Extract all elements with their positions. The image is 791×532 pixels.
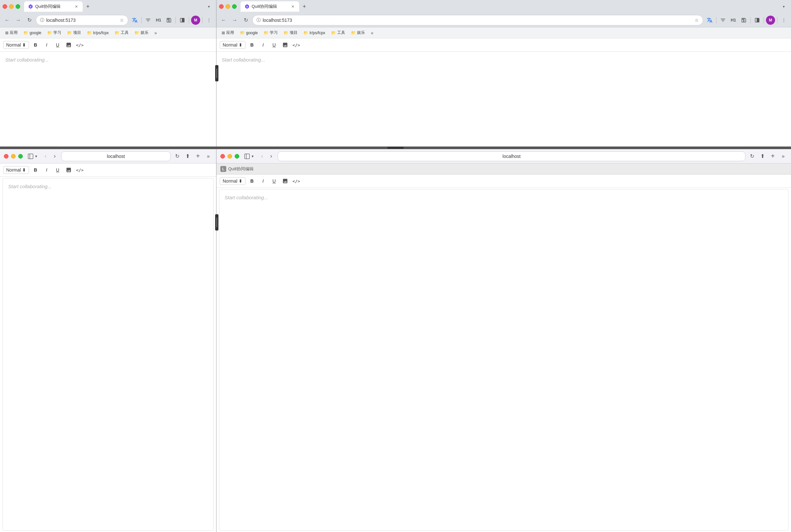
h1-icon-r[interactable]: H1 — [729, 16, 738, 25]
underline-button-br[interactable]: U — [270, 176, 278, 186]
bookmark-lrps-r[interactable]: 📁 lr/ps/fcpx — [301, 29, 328, 36]
maximize-button[interactable] — [16, 4, 20, 9]
bookmark-project[interactable]: 📁 项目 — [64, 28, 84, 37]
add-tab-button-bl[interactable]: + — [194, 152, 202, 160]
more-button-br[interactable]: » — [779, 152, 787, 160]
format-dropdown-br[interactable]: Normal ⬍ — [220, 177, 246, 185]
maximize-button-br[interactable] — [235, 154, 239, 158]
top-right-tab-close[interactable]: ✕ — [290, 4, 295, 9]
minimize-button-bl[interactable] — [11, 154, 16, 158]
top-left-tab[interactable]: Y Quill协同编辑 ✕ — [24, 1, 83, 12]
reload-button-bl[interactable]: ↻ — [173, 152, 181, 160]
bookmark-study-r[interactable]: 📁 学习 — [261, 28, 280, 37]
filter-icon-r[interactable] — [718, 16, 728, 25]
share-button-br[interactable]: ⬆ — [758, 152, 766, 160]
close-button-bl[interactable] — [4, 154, 8, 158]
more-button-bl[interactable]: » — [205, 152, 212, 160]
close-button[interactable] — [3, 4, 7, 9]
minimize-button[interactable] — [9, 4, 14, 9]
minimize-button-br[interactable] — [228, 154, 232, 158]
bookmark-apps-r[interactable]: ⊞ 应用 — [219, 28, 237, 37]
reload-button-r[interactable]: ↻ — [241, 16, 250, 25]
forward-button-bl[interactable]: › — [51, 152, 59, 160]
address-bar-r[interactable]: ⓘ localhost:5173 ☆ — [252, 15, 703, 25]
bookmark-google-r[interactable]: 📁 google — [237, 29, 261, 36]
back-button-r[interactable]: ← — [219, 16, 228, 25]
close-button-r[interactable] — [219, 4, 224, 9]
format-dropdown-bl[interactable]: Normal ⬍ — [3, 166, 29, 174]
bookmark-star-icon-r[interactable]: ☆ — [695, 18, 699, 23]
profile-button-r[interactable]: M — [766, 16, 775, 25]
vertical-divider-handle-bottom[interactable] — [215, 214, 218, 230]
sidebar-toggle-icon[interactable] — [178, 16, 187, 25]
bookmark-tools-r[interactable]: 📁 工具 — [328, 28, 348, 37]
underline-button-bl[interactable]: U — [53, 165, 62, 174]
address-bar[interactable]: ⓘ localhost:5173 ☆ — [36, 15, 128, 25]
forward-button[interactable]: → — [14, 16, 23, 25]
translate-icon[interactable] — [130, 16, 139, 25]
bottom-left-editor[interactable]: Start collaborating... — [3, 178, 214, 531]
tab-dropdown-button-r[interactable]: ▾ — [779, 2, 788, 11]
italic-button-br[interactable]: I — [258, 176, 268, 186]
image-button-r[interactable] — [281, 40, 290, 50]
safari-address-bar-bl[interactable]: localhost — [61, 151, 171, 161]
image-button[interactable] — [64, 40, 73, 50]
italic-button-r[interactable]: I — [258, 40, 268, 50]
reload-button-br[interactable]: ↻ — [748, 152, 756, 160]
bookmark-apps[interactable]: ⊞ 应用 — [3, 28, 20, 37]
minimize-button-r[interactable] — [226, 4, 230, 9]
format-dropdown[interactable]: Normal ⬍ — [3, 41, 29, 49]
more-bookmarks-button-r[interactable]: » — [368, 29, 376, 37]
sidebar-button-bl[interactable]: ▾ — [25, 152, 39, 161]
image-button-br[interactable] — [281, 176, 290, 186]
back-button[interactable]: ← — [3, 16, 12, 25]
filter-icon[interactable] — [143, 16, 153, 25]
bookmark-lrps[interactable]: 📁 lr/ps/fcpx — [84, 29, 111, 36]
back-button-br[interactable]: ‹ — [258, 152, 266, 160]
top-left-editor[interactable]: Start collaborating... — [0, 52, 216, 117]
profile-button[interactable]: M — [191, 16, 200, 25]
bold-button-bl[interactable]: B — [31, 165, 40, 174]
maximize-button-bl[interactable] — [18, 154, 23, 158]
sidebar-button-br[interactable]: ▾ — [242, 152, 255, 161]
share-button-bl[interactable]: ⬆ — [184, 152, 191, 160]
back-button-bl[interactable]: ‹ — [42, 152, 50, 160]
italic-button[interactable]: I — [42, 40, 51, 50]
new-tab-button[interactable]: + — [83, 2, 93, 11]
sidebar-toggle-icon-r[interactable] — [753, 16, 762, 25]
underline-button[interactable]: U — [53, 40, 62, 50]
bold-button-r[interactable]: B — [247, 40, 256, 50]
bottom-right-editor[interactable]: Start collaborating... — [219, 189, 788, 531]
image-button-bl[interactable] — [64, 165, 73, 174]
more-bookmarks-button[interactable]: » — [152, 29, 159, 37]
bookmark-study[interactable]: 📁 学习 — [44, 28, 64, 37]
new-tab-button-r[interactable]: + — [300, 2, 309, 11]
forward-button-br[interactable]: › — [267, 152, 275, 160]
forward-button-r[interactable]: → — [230, 16, 239, 25]
more-menu-icon-r[interactable]: ⋮ — [779, 16, 788, 25]
code-button-bl[interactable]: </> — [75, 165, 84, 174]
bold-button[interactable]: B — [31, 40, 40, 50]
vertical-divider-handle[interactable] — [215, 65, 218, 81]
bold-button-br[interactable]: B — [247, 176, 256, 186]
save-icon[interactable] — [165, 16, 174, 25]
top-left-tab-close[interactable]: ✕ — [74, 4, 79, 9]
bookmark-entertainment-r[interactable]: 📁 娱乐 — [348, 28, 367, 37]
translate-icon-r[interactable] — [705, 16, 714, 25]
h1-icon[interactable]: H1 — [154, 16, 163, 25]
reload-button[interactable]: ↻ — [25, 16, 34, 25]
safari-address-bar-br[interactable]: localhost — [278, 151, 746, 161]
top-right-tab[interactable]: Y Quill协同编辑 ✕ — [240, 1, 299, 12]
add-tab-button-br[interactable]: + — [769, 152, 777, 160]
bookmark-star-icon[interactable]: ☆ — [120, 18, 124, 23]
bookmark-project-r[interactable]: 📁 项目 — [281, 28, 300, 37]
bookmark-tools[interactable]: 📁 工具 — [112, 28, 131, 37]
top-right-editor[interactable]: Start collaborating... — [216, 52, 791, 117]
underline-button-r[interactable]: U — [270, 40, 278, 50]
save-icon-r[interactable] — [739, 16, 748, 25]
italic-button-bl[interactable]: I — [42, 165, 51, 174]
bookmark-entertainment[interactable]: 📁 娱乐 — [132, 28, 151, 37]
maximize-button-r[interactable] — [232, 4, 237, 9]
quill-tab-br[interactable]: L Quill协同编辑 — [220, 166, 254, 172]
tab-dropdown-button[interactable]: ▾ — [205, 2, 214, 11]
